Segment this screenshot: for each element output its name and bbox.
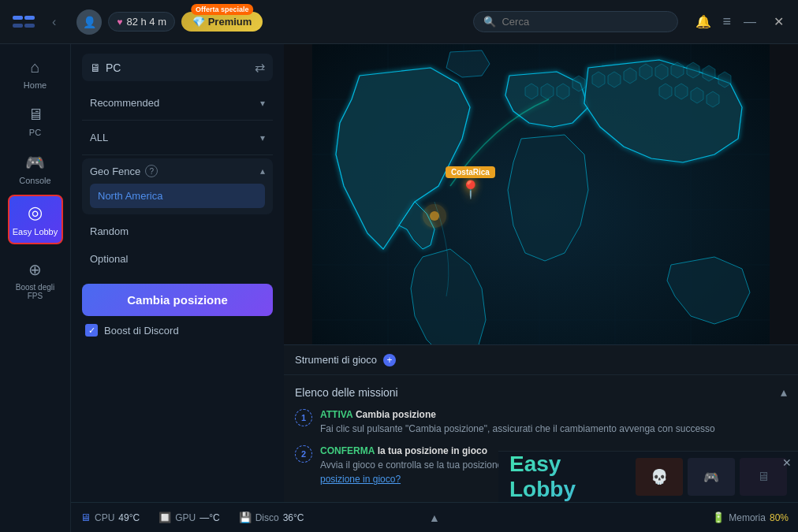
- recommended-section[interactable]: Recommended ▾: [82, 89, 273, 117]
- switch-button[interactable]: ⇄: [255, 60, 265, 75]
- user-section: 👤 ♥ 82 h 4 m Offerta speciale 💎 Premium: [76, 9, 263, 35]
- mission-num-1: 1: [295, 409, 312, 426]
- cpu-icon: 🖥: [80, 512, 91, 523]
- mission-title: Elenco delle missioni: [295, 386, 398, 399]
- console-icon: 🎮: [25, 153, 45, 172]
- boost-icon: ⊕: [28, 260, 42, 279]
- cpu-label: CPU: [95, 512, 114, 523]
- disk-value: 36°C: [283, 512, 304, 523]
- geo-fence-chevron: ▴: [260, 166, 265, 177]
- geo-fence-label: Geo Fence: [90, 166, 140, 177]
- recommended-label: Recommended: [90, 97, 159, 109]
- home-icon: ⌂: [30, 58, 39, 76]
- mission-step-title-2: la tua posizione in gioco: [378, 445, 487, 456]
- geo-fence-option-label: North America: [98, 190, 162, 202]
- disk-icon: 💾: [239, 512, 252, 523]
- mission-num-2: 2: [295, 445, 312, 463]
- gpu-stat: 🔲 GPU —°C: [158, 512, 219, 523]
- tools-plus-button[interactable]: +: [383, 354, 396, 366]
- change-position-button[interactable]: Cambia posizione: [82, 284, 273, 316]
- close-button[interactable]: ✕: [769, 13, 789, 31]
- premium-button[interactable]: Offerta speciale 💎 Premium: [181, 12, 263, 32]
- mission-status-1: ATTIVA: [320, 409, 353, 420]
- content-area: 🖥 PC ⇄ Recommended ▾ ALL ▾ Geo Fence: [71, 44, 798, 532]
- svg-rect-0: [13, 16, 23, 20]
- minimize-button[interactable]: —: [739, 13, 761, 31]
- mission-header: Elenco delle missioni ▴: [295, 385, 787, 400]
- optional-section[interactable]: Optional: [82, 245, 273, 273]
- notification-icon[interactable]: 🔔: [692, 11, 714, 32]
- sidebar-item-console[interactable]: 🎮 Console: [8, 147, 63, 192]
- sidebar-item-label: Boost degli FPS: [8, 283, 63, 300]
- platform-header: 🖥 PC ⇄: [82, 54, 273, 81]
- mission-sub-1: Fai clic sul pulsante "Cambia posizione"…: [320, 423, 715, 434]
- optional-label: Optional: [90, 253, 128, 265]
- svg-rect-3: [24, 24, 35, 28]
- sidebar-item-label: Console: [19, 176, 50, 185]
- mission-status-2: CONFERMA: [320, 445, 375, 456]
- geo-fence-title: Geo Fence ?: [90, 165, 158, 177]
- cpu-stat: 🖥 CPU 49°C: [80, 512, 140, 523]
- pin-icon: 📍: [460, 180, 481, 200]
- divider: [82, 120, 273, 121]
- sidebar-item-easy-lobby[interactable]: ◎ Easy Lobby: [8, 195, 63, 244]
- boost-discord-row: ✓ Boost di Discord: [82, 324, 273, 337]
- svg-point-33: [430, 211, 439, 221]
- easy-lobby-close-button[interactable]: ✕: [782, 456, 792, 469]
- mission-step-title-1: Cambia posizione: [356, 409, 436, 420]
- el-thumb-3: 🖥: [740, 458, 787, 496]
- logo: [9, 8, 38, 36]
- gpu-icon: 🔲: [158, 512, 171, 523]
- sidebar-item-boost[interactable]: ⊕ Boost degli FPS: [8, 254, 63, 307]
- random-label: Random: [90, 225, 129, 237]
- pc-icon: 🖥: [28, 106, 43, 124]
- all-section[interactable]: ALL ▾: [82, 124, 273, 151]
- disk-label: Disco: [255, 512, 279, 523]
- main-layout: ⌂ Home 🖥 PC 🎮 Console ◎ Easy Lobby ⊕ Boo…: [0, 44, 798, 532]
- avatar: 👤: [76, 9, 102, 35]
- bottom-chevron[interactable]: ▲: [429, 512, 440, 524]
- search-bar[interactable]: 🔍: [473, 11, 678, 32]
- memory-label: Memoria: [729, 512, 766, 523]
- platform-name: PC: [106, 61, 121, 74]
- memory-stat: 🔋 Memoria 80%: [712, 512, 789, 523]
- disk-stat: 💾 Disco 36°C: [239, 512, 304, 523]
- gpu-value: —°C: [200, 512, 219, 523]
- random-section[interactable]: Random: [82, 218, 273, 245]
- boost-discord-label: Boost di Discord: [104, 325, 179, 337]
- easy-lobby-icon: ◎: [28, 203, 43, 223]
- divider2: [82, 154, 273, 155]
- mission-chevron[interactable]: ▴: [781, 385, 787, 400]
- all-chevron: ▾: [260, 132, 265, 143]
- sidebar-item-label: PC: [29, 128, 41, 137]
- sidebar: ⌂ Home 🖥 PC 🎮 Console ◎ Easy Lobby ⊕ Boo…: [0, 44, 71, 532]
- bottom-bar: 🖥 CPU 49°C 🔲 GPU —°C ▲ 💾 Disco 36°C 🔋 Me…: [71, 502, 798, 532]
- stats-value: 82 h 4 m: [126, 16, 166, 28]
- geo-fence-header: Geo Fence ? ▴: [90, 165, 265, 177]
- mission-step-1: 1 ATTIVA Cambia posizione Fai clic sul p…: [295, 407, 787, 436]
- pin-label: CostaRica: [446, 166, 495, 178]
- stats-badge: ♥ 82 h 4 m: [108, 12, 175, 32]
- platform-label: 🖥 PC: [90, 61, 121, 74]
- geo-fence-north-america[interactable]: North America: [90, 184, 265, 208]
- all-label: ALL: [90, 132, 108, 143]
- search-input[interactable]: [502, 16, 668, 28]
- svg-rect-1: [24, 16, 35, 20]
- boost-discord-checkbox[interactable]: ✓: [85, 324, 98, 337]
- map-container: CostaRica 📍 Mostra l'ora locale: [284, 44, 798, 375]
- easy-lobby-popup: Easy Lobby 💀 🎮 🖥 ✕: [498, 451, 798, 502]
- left-panel: 🖥 PC ⇄ Recommended ▾ ALL ▾ Geo Fence: [71, 44, 284, 532]
- pc-platform-icon: 🖥: [90, 61, 101, 74]
- map-pin: CostaRica 📍: [446, 166, 495, 200]
- back-arrow[interactable]: ‹: [46, 12, 62, 32]
- search-icon: 🔍: [483, 16, 496, 28]
- menu-icon[interactable]: ≡: [722, 13, 731, 30]
- sidebar-item-pc[interactable]: 🖥 PC: [8, 99, 63, 143]
- sidebar-item-home[interactable]: ⌂ Home: [8, 52, 63, 96]
- change-btn-label: Cambia posizione: [127, 293, 228, 307]
- el-thumb-1: 💀: [636, 458, 683, 496]
- memory-icon: 🔋: [712, 512, 725, 523]
- el-thumb-2: 🎮: [688, 458, 735, 496]
- geo-fence-help-icon[interactable]: ?: [145, 165, 158, 177]
- tools-section: Strumenti di gioco +: [284, 344, 798, 374]
